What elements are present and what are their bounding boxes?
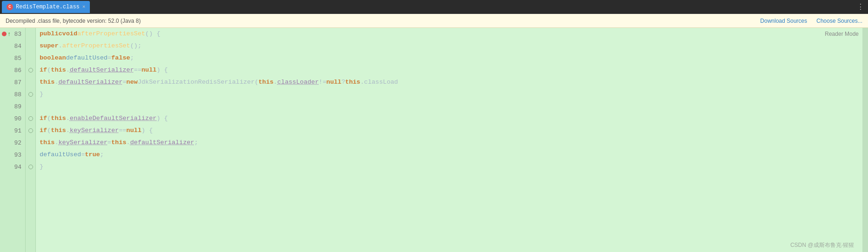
token-field: defaultSerializer <box>130 137 194 149</box>
token-kw2: this <box>51 113 66 125</box>
line-number-text: 86 <box>14 67 21 74</box>
decompile-info-text: Decompiled .class file, bytecode version… <box>6 18 141 24</box>
token-method: afterPropertiesSet <box>77 28 145 40</box>
token-kw: true <box>85 149 100 161</box>
token-kw2: this <box>40 76 54 88</box>
token-kw: if <box>40 113 47 125</box>
token-plain: . <box>54 137 58 149</box>
choose-sources-link[interactable]: Choose Sources... <box>816 18 862 24</box>
token-field: defaultSerializer <box>59 76 123 88</box>
token-kw: null <box>142 64 156 76</box>
token-plain: . <box>66 64 70 76</box>
token-kw: if <box>40 64 47 76</box>
gutter-mark-93 <box>26 149 35 161</box>
line-number-84: 84 <box>0 40 25 52</box>
code-line-88: } <box>40 88 859 100</box>
gutter-circle-icon <box>28 68 33 73</box>
token-plain: (); <box>130 40 141 52</box>
token-plain: ) { <box>156 64 168 76</box>
token-plain: ? <box>341 76 345 88</box>
token-plain: = <box>81 149 85 161</box>
line-number-91: 91 <box>0 125 25 137</box>
reader-mode-label[interactable]: Reader Mode <box>825 31 859 37</box>
gutter-mark-91 <box>26 125 35 137</box>
token-plain: = <box>122 76 126 88</box>
token-plain: == <box>119 125 126 137</box>
line-number-text: 90 <box>14 115 21 122</box>
token-plain: ( <box>47 64 51 76</box>
gutter-circle-icon <box>28 92 33 97</box>
gutter-mark-86 <box>26 64 35 76</box>
token-plain: == <box>134 64 142 76</box>
tab-file-icon: C <box>7 4 13 10</box>
breakpoint-dot <box>2 32 7 36</box>
token-kw2: this <box>345 76 360 88</box>
gutter-mark-87 <box>26 76 35 88</box>
line-number-93: 93 <box>0 149 25 161</box>
token-plain: != <box>319 76 326 88</box>
gutter-mark-94 <box>26 161 35 173</box>
token-plain: . <box>66 125 70 137</box>
gutter-mark-83 <box>26 28 35 40</box>
code-area: ↑838485868788899091929394 public void af… <box>0 28 868 252</box>
code-gutter <box>26 28 36 252</box>
token-plain: . <box>126 137 130 149</box>
token-plain: . <box>54 76 58 88</box>
gutter-circle-icon <box>28 165 33 169</box>
token-plain: ; <box>100 149 104 161</box>
gutter-mark-90 <box>26 113 35 125</box>
token-kw2: this <box>40 137 54 149</box>
line-number-86: 86 <box>0 64 25 76</box>
token-field: defaultSerializer <box>70 64 134 76</box>
line-number-text: 94 <box>14 164 21 171</box>
line-number-92: 92 <box>0 137 25 149</box>
vertical-scrollbar[interactable] <box>862 28 868 252</box>
token-kw2: this <box>51 125 66 137</box>
code-line-90: if (this.enableDefaultSerializer) { <box>40 113 859 125</box>
code-line-92: this.keySerializer = this.defaultSeriali… <box>40 137 859 149</box>
token-method: afterPropertiesSet <box>62 40 130 52</box>
token-field: keySerializer <box>70 125 119 137</box>
line-number-text: 83 <box>14 31 21 38</box>
code-line-84: super.afterPropertiesSet(); <box>40 40 859 52</box>
download-sources-link[interactable]: Download Sources <box>760 18 807 24</box>
token-plain: . <box>59 40 62 52</box>
line-number-text: 84 <box>14 43 21 50</box>
line-number-87: 87 <box>0 76 25 88</box>
line-numbers-gutter: ↑838485868788899091929394 <box>0 28 26 252</box>
line-number-88: 88 <box>0 88 25 100</box>
gutter-circle-icon <box>28 116 33 121</box>
token-kw2: this <box>111 137 126 149</box>
line-number-90: 90 <box>0 113 25 125</box>
gutter-mark-84 <box>26 40 35 52</box>
token-plain: ) { <box>142 125 153 137</box>
token-plain: = <box>108 137 111 149</box>
line-number-94: 94 <box>0 161 25 173</box>
code-line-89 <box>40 100 859 113</box>
code-line-86: if (this.defaultSerializer == null) { <box>40 64 859 76</box>
gutter-mark-89 <box>26 100 35 113</box>
tab-close-button[interactable]: × <box>82 4 86 10</box>
code-line-94: } <box>40 161 859 173</box>
tab-redistemplate[interactable]: C RedisTemplate.class × <box>2 1 90 13</box>
token-plain: ( <box>47 125 51 137</box>
line-number-83: ↑83 <box>0 28 25 40</box>
more-options-icon[interactable]: ⋮ <box>857 2 864 12</box>
token-plain: } <box>40 161 43 173</box>
token-plain: ( <box>47 113 51 125</box>
gutter-circle-icon <box>28 128 33 133</box>
token-kw: null <box>126 125 141 137</box>
current-line-arrow: ↑ <box>7 31 11 38</box>
line-number-text: 85 <box>14 55 21 62</box>
line-number-text: 91 <box>14 127 21 134</box>
token-plain: .classLoad <box>360 76 398 88</box>
token-var: defaultUsed <box>40 149 81 161</box>
token-plain: . <box>66 113 70 125</box>
token-kw2: this <box>51 64 66 76</box>
token-kw: public <box>40 28 62 40</box>
line-number-text: 92 <box>14 139 21 146</box>
token-plain: = <box>108 52 111 64</box>
line-number-85: 85 <box>0 52 25 64</box>
code-line-85: boolean defaultUsed = false; <box>40 52 859 64</box>
token-kw2: this <box>258 76 273 88</box>
